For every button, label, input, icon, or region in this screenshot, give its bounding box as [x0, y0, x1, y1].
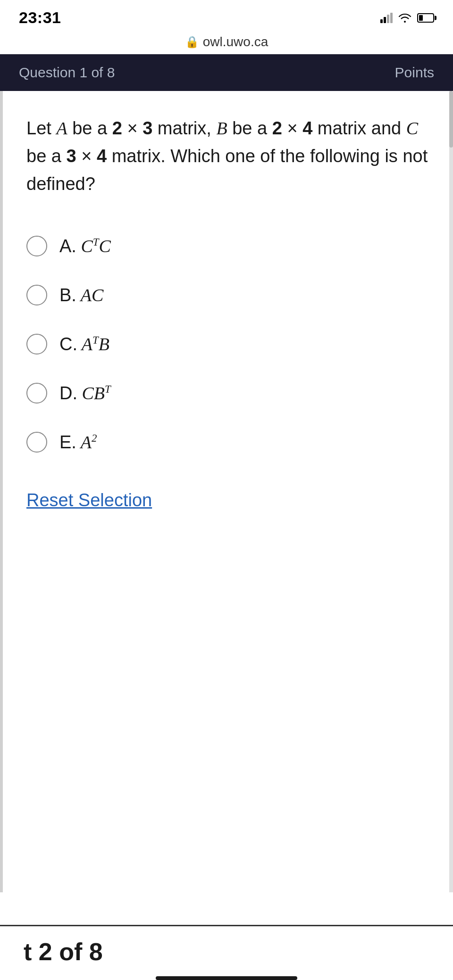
lock-icon: 🔒: [185, 35, 199, 49]
bottom-nav-text: t 2 of 8: [24, 938, 103, 966]
bottom-nav: t 2 of 8: [0, 925, 453, 980]
reset-selection-link[interactable]: Reset Selection: [26, 490, 152, 511]
question-text: Let A be a 2 × 3 matrix, B be a 2 × 4 ma…: [26, 115, 429, 198]
choice-label-C: C. ATB: [59, 334, 109, 354]
choice-E[interactable]: E. A2: [26, 418, 429, 467]
choice-label-E: E. A2: [59, 432, 97, 453]
choice-C[interactable]: C. ATB: [26, 320, 429, 369]
status-bar: 23:31: [0, 0, 453, 32]
choice-label-B: B. AC: [59, 285, 103, 305]
url-bar: 🔒 owl.uwo.ca: [0, 32, 453, 54]
signal-icon: [380, 13, 393, 23]
choice-label-A: A. CTC: [59, 236, 111, 256]
status-time: 23:31: [19, 8, 61, 27]
radio-D[interactable]: [26, 383, 47, 404]
battery-icon: [417, 13, 434, 23]
url-text: owl.uwo.ca: [203, 34, 268, 49]
status-icons: [380, 13, 434, 23]
answer-choices: A. CTC B. AC C. ATB D. CBT: [26, 222, 429, 467]
nav-header: Question 1 of 8 Points: [0, 54, 453, 91]
bottom-progress-bar: [156, 976, 297, 980]
scrollbar[interactable]: [449, 91, 453, 892]
choice-B[interactable]: B. AC: [26, 271, 429, 320]
choice-D[interactable]: D. CBT: [26, 369, 429, 418]
radio-A[interactable]: [26, 236, 47, 256]
main-content: Let A be a 2 × 3 matrix, B be a 2 × 4 ma…: [0, 91, 453, 892]
radio-E[interactable]: [26, 432, 47, 453]
nav-header-question: Question 1 of 8: [19, 65, 115, 81]
wifi-icon: [398, 13, 411, 23]
radio-C[interactable]: [26, 334, 47, 354]
choice-label-D: D. CBT: [59, 383, 111, 404]
scrollbar-thumb[interactable]: [449, 91, 453, 148]
nav-header-points: Points: [395, 65, 434, 81]
radio-B[interactable]: [26, 285, 47, 305]
choice-A[interactable]: A. CTC: [26, 222, 429, 271]
